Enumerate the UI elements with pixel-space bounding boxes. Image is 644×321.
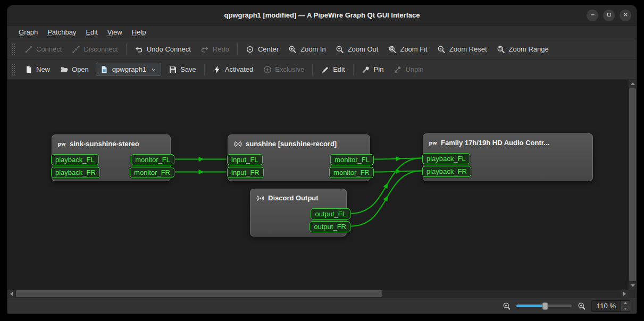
zoom-slider-handle[interactable]	[542, 302, 548, 310]
port-output-fl[interactable]: output_FL	[311, 208, 350, 219]
audio-node-icon	[233, 139, 242, 148]
port-playback-fr[interactable]: playback_FR	[422, 166, 471, 177]
toolbar-button-center[interactable]: Center	[241, 42, 283, 56]
scroll-up-button[interactable]	[629, 80, 637, 88]
toolbar-button-zoom-out[interactable]: Zoom Out	[331, 42, 383, 56]
port-playback-fl[interactable]: playback_FL	[51, 154, 99, 165]
node-title-bar: Discord Output	[250, 189, 346, 205]
arrow-down-icon	[631, 284, 635, 287]
vertical-scrollbar-thumb[interactable]	[629, 88, 636, 281]
zoom-spin-up[interactable]	[621, 301, 630, 306]
port-monitor-fr[interactable]: monitor_FR	[130, 167, 174, 178]
menu-help[interactable]: Help	[127, 27, 151, 38]
node-sink-sunshine-stereo[interactable]: pwsink-sunshine-stereoplayback_FLplaybac…	[52, 134, 171, 181]
toolbar-button-zoom-reset[interactable]: Zoom Reset	[432, 42, 492, 56]
connections-layer	[7, 80, 629, 290]
toolbar-button-zoom-range[interactable]: Zoom Range	[492, 42, 554, 56]
port-monitor-fl[interactable]: monitor_FL	[330, 154, 374, 165]
toolbar-button-activated[interactable]: Activated	[208, 62, 258, 77]
connection-arrow-icon	[383, 195, 390, 201]
node-family-audio[interactable]: pwFamily 17h/19h HD Audio Contr...playba…	[423, 133, 593, 181]
toolbar-separator	[126, 44, 127, 55]
graph-canvas[interactable]: pwsink-sunshine-stereoplayback_FLplaybac…	[7, 80, 629, 290]
svg-text:pw: pw	[429, 140, 437, 146]
exclusive-icon	[263, 65, 272, 74]
zoom-out-icon[interactable]	[502, 301, 511, 310]
menu-bar: GraphPatchbayEditViewHelp	[7, 26, 637, 39]
scroll-right-button[interactable]	[621, 290, 629, 298]
center-icon	[246, 45, 255, 54]
audio-node-icon	[256, 193, 265, 202]
toolbar-button-label: Center	[258, 45, 279, 53]
port-monitor-fr[interactable]: monitor_FR	[329, 167, 374, 178]
minimize-button[interactable]	[587, 10, 598, 21]
toolbar-button-undo-connect[interactable]: Undo Connect	[130, 42, 196, 56]
node-title-bar: sunshine [sunshine-record]	[228, 135, 370, 150]
save-icon	[168, 65, 177, 74]
connection-arrow-icon	[199, 157, 204, 162]
menu-view[interactable]: View	[103, 27, 127, 38]
undo-icon	[135, 45, 144, 54]
menu-patchbay[interactable]: Patchbay	[43, 27, 81, 38]
toolbar-button-save[interactable]: Save	[163, 62, 201, 77]
zoom-slider[interactable]	[516, 305, 572, 307]
connect-icon	[24, 45, 33, 54]
port-input-fl[interactable]: input_FL	[227, 154, 263, 165]
toolbar-button-label: Edit	[333, 65, 345, 73]
toolbar-button-pin[interactable]: Pin	[357, 62, 389, 77]
zoom-value[interactable]: 110 %	[592, 301, 621, 311]
port-monitor-fl[interactable]: monitor_FL	[131, 154, 174, 165]
toolbar-button-label: Exclusive	[275, 65, 304, 73]
arrow-up-icon	[631, 82, 635, 85]
maximize-button[interactable]	[603, 10, 615, 21]
scroll-down-button[interactable]	[629, 282, 637, 290]
toolbar-button-zoom-in[interactable]: Zoom In	[283, 42, 331, 56]
toolbar-button-open[interactable]: Open	[55, 62, 94, 77]
port-output-fr[interactable]: output_FR	[310, 221, 350, 232]
horizontal-scrollbar-thumb[interactable]	[16, 290, 382, 297]
toolbar-button-label: Zoom Range	[509, 45, 549, 53]
toolbar-graph: ConnectDisconnectUndo ConnectRedoCenterZ…	[7, 39, 637, 60]
toolbar-button-label: Activated	[225, 65, 253, 73]
toolbar-button-zoom-fit[interactable]: Zoom Fit	[383, 42, 432, 56]
zoom-reset-icon	[437, 45, 446, 54]
close-button[interactable]	[620, 10, 631, 21]
arrow-left-icon	[10, 292, 13, 296]
node-title-bar: pwsink-sunshine-stereo	[52, 135, 170, 150]
zoom-fit-icon	[388, 45, 397, 54]
zoom-spin-down[interactable]	[621, 306, 630, 311]
toolbar-handle[interactable]	[12, 43, 15, 56]
port-playback-fl[interactable]: playback_FL	[422, 153, 470, 164]
ports-left: playback_FLplayback_FR	[422, 153, 471, 177]
new-icon	[24, 65, 33, 74]
toolbar-button-label: Open	[72, 65, 89, 73]
node-title: Discord Output	[268, 194, 319, 202]
vertical-scrollbar[interactable]	[629, 80, 637, 290]
zoom-slider-fill	[516, 305, 545, 307]
ports-right: output_FLoutput_FR	[310, 208, 350, 232]
menu-graph[interactable]: Graph	[14, 27, 43, 38]
graph-canvas-area: pwsink-sunshine-stereoplayback_FLplaybac…	[7, 80, 637, 298]
horizontal-scrollbar[interactable]	[7, 290, 629, 298]
ports-right: monitor_FLmonitor_FR	[329, 154, 374, 178]
connection-arrow-icon	[396, 156, 401, 161]
node-title-bar: pwFamily 17h/19h HD Audio Contr...	[423, 134, 592, 149]
port-playback-fr[interactable]: playback_FR	[51, 167, 100, 178]
scroll-left-button[interactable]	[7, 290, 15, 298]
port-input-fr[interactable]: input_FR	[227, 167, 264, 178]
node-title: sunshine [sunshine-record]	[246, 140, 337, 148]
zoom-in-icon[interactable]	[577, 301, 586, 310]
toolbar-button-label: Undo Connect	[147, 45, 191, 53]
toolbar-button-edit[interactable]: Edit	[316, 62, 349, 77]
toolbar-handle[interactable]	[12, 63, 15, 76]
toolbar-button-label: Zoom In	[300, 45, 326, 53]
node-sunshine[interactable]: sunshine [sunshine-record]input_FLinput_…	[228, 134, 370, 181]
menu-edit[interactable]: Edit	[81, 27, 102, 38]
toolbar-button-label: Unpin	[405, 65, 423, 73]
patchbay-profile-combo[interactable]: qpwgraph1	[96, 63, 161, 76]
title-bar[interactable]: qpwgraph1 [modified] — A PipeWire Graph …	[7, 5, 637, 26]
toolbar-button-new[interactable]: New	[19, 62, 55, 77]
toolbar-button-label: Pin	[374, 65, 384, 73]
toolbar-separator	[204, 64, 205, 75]
node-discord-output[interactable]: Discord Outputoutput_FLoutput_FR	[250, 189, 347, 236]
